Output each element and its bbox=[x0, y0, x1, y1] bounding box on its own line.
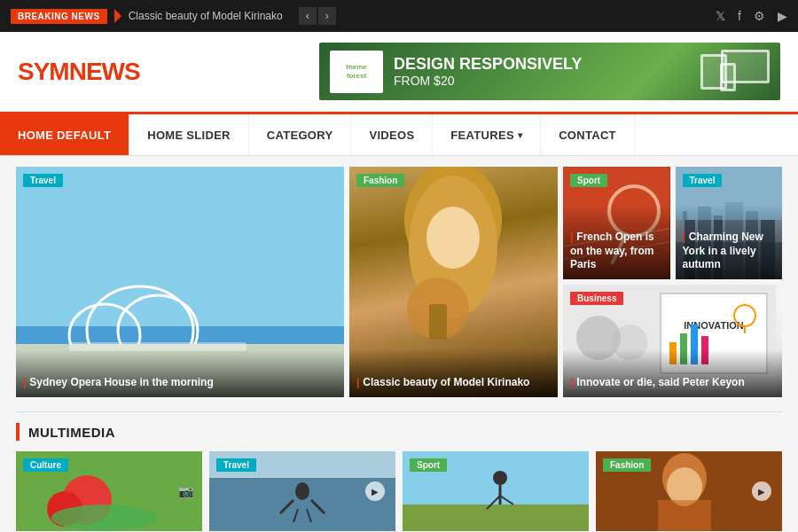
prev-arrow-button[interactable]: ‹ bbox=[299, 7, 317, 25]
breaking-nav-arrows: ‹ › bbox=[299, 7, 336, 25]
svg-rect-12 bbox=[429, 304, 447, 340]
newyork-caption: Charming New York in a lively autumn bbox=[676, 204, 783, 279]
fashion2-tag: Fashion bbox=[603, 458, 651, 472]
logo-news: NEWS bbox=[69, 58, 140, 85]
header: SYMNEWS themeforest DESIGN RESPONSIVELY … bbox=[0, 32, 798, 112]
multimedia-grid: Culture 📷 Travel ▶ bbox=[16, 451, 782, 531]
newyork-category-tag: Travel bbox=[683, 174, 723, 187]
logo-sym: SYM bbox=[18, 58, 69, 85]
featured-card-tennis[interactable]: Sport French Open is on the way, from Pa… bbox=[563, 167, 670, 279]
nav-item-videos[interactable]: VIDEOS bbox=[351, 114, 433, 155]
main-content: Travel Sydney Opera House in the morning… bbox=[0, 156, 798, 532]
ad-headline: DESIGN RESPONSIVELY bbox=[394, 55, 670, 74]
breaking-news-wrap: BREAKING NEWS Classic beauty of Model Ki… bbox=[11, 7, 716, 25]
media-card-sport[interactable]: Sport bbox=[403, 451, 589, 531]
ad-subtext: FROM $20 bbox=[394, 74, 670, 88]
innovation-category-tag: Business bbox=[570, 292, 623, 305]
media-card-culture[interactable]: Culture 📷 bbox=[16, 451, 202, 531]
featured-card-innovation[interactable]: INNOVATION Business I bbox=[563, 285, 782, 397]
svg-point-45 bbox=[295, 482, 309, 500]
tennis-caption: French Open is on the way, from Paris bbox=[563, 204, 670, 279]
featured-right-col: Sport French Open is on the way, from Pa… bbox=[563, 167, 782, 397]
nav-item-home-slider[interactable]: HOME SLIDER bbox=[129, 114, 249, 155]
facebook-icon[interactable]: f bbox=[738, 9, 741, 23]
section-title-bar bbox=[16, 423, 20, 441]
breaking-badge: BREAKING NEWS bbox=[11, 9, 107, 24]
multimedia-label: MULTIMEDIA bbox=[28, 425, 115, 440]
ad-logo: themeforest bbox=[330, 51, 383, 93]
nav-item-home-default[interactable]: HOME DEFAULT bbox=[0, 114, 129, 155]
media-card-fashion[interactable]: Fashion ▶ bbox=[596, 451, 782, 531]
sydney-category-tag: Travel bbox=[23, 174, 63, 187]
main-nav: HOME DEFAULT HOME SLIDER CATEGORY VIDEOS… bbox=[0, 112, 798, 156]
twitter-icon[interactable]: 𝕏 bbox=[716, 9, 725, 23]
tennis-category-tag: Sport bbox=[570, 174, 607, 187]
sport-tag: Sport bbox=[410, 458, 447, 472]
breaking-arrow-icon bbox=[114, 9, 121, 23]
svg-rect-51 bbox=[403, 505, 589, 531]
fashion-play-icon[interactable]: ▶ bbox=[752, 481, 771, 501]
play-icon[interactable]: ▶ bbox=[365, 481, 385, 501]
nav-item-features[interactable]: FEATURES ▾ bbox=[433, 114, 541, 155]
phone-icon bbox=[720, 63, 736, 91]
fashion-caption: Classic beauty of Model Kirinako bbox=[349, 349, 558, 397]
top-social: 𝕏 f ⚙ ▶ bbox=[716, 9, 787, 23]
section-divider bbox=[16, 411, 782, 412]
culture-tag: Culture bbox=[23, 458, 68, 472]
innovation-caption: Innovate or die, said Peter Keyon bbox=[563, 349, 782, 397]
featured-grid: Travel Sydney Opera House in the morning… bbox=[16, 167, 782, 397]
svg-point-52 bbox=[493, 471, 507, 485]
travel-tag: Travel bbox=[216, 458, 256, 472]
svg-rect-59 bbox=[658, 500, 711, 531]
ad-banner[interactable]: themeforest DESIGN RESPONSIVELY FROM $20 bbox=[319, 43, 780, 100]
top-bar: BREAKING NEWS Classic beauty of Model Ki… bbox=[0, 0, 798, 32]
camera-icon: 📷 bbox=[178, 484, 193, 498]
breaking-text: Classic beauty of Model Kirinako bbox=[129, 10, 283, 22]
fashion-category-tag: Fashion bbox=[356, 174, 404, 187]
next-arrow-button[interactable]: › bbox=[318, 7, 336, 25]
svg-point-42 bbox=[51, 505, 158, 531]
featured-right-top: Sport French Open is on the way, from Pa… bbox=[563, 167, 782, 279]
svg-point-10 bbox=[426, 207, 480, 269]
sydney-caption: Sydney Opera House in the morning bbox=[16, 349, 344, 397]
featured-card-fashion[interactable]: Fashion Classic beauty of Model Kirinako bbox=[349, 167, 558, 397]
nav-item-category[interactable]: CATEGORY bbox=[249, 114, 352, 155]
featured-card-newyork[interactable]: Travel Charming New York in a lively aut… bbox=[676, 167, 783, 279]
media-card-travel[interactable]: Travel ▶ bbox=[209, 451, 395, 531]
nav-item-contact[interactable]: CONTACT bbox=[541, 114, 635, 155]
ad-text: DESIGN RESPONSIVELY FROM $20 bbox=[394, 55, 670, 89]
settings-icon[interactable]: ⚙ bbox=[754, 9, 765, 23]
features-dropdown-icon: ▾ bbox=[518, 130, 522, 140]
logo[interactable]: SYMNEWS bbox=[18, 58, 140, 86]
ad-devices bbox=[681, 50, 770, 94]
multimedia-section-title: MULTIMEDIA bbox=[16, 423, 782, 441]
youtube-icon[interactable]: ▶ bbox=[778, 9, 787, 23]
featured-card-sydney[interactable]: Travel Sydney Opera House in the morning bbox=[16, 167, 344, 397]
